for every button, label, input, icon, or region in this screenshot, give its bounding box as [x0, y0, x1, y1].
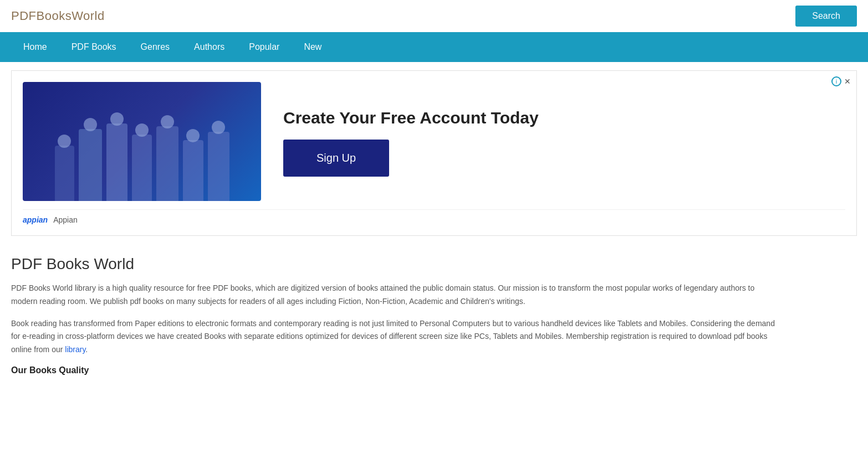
- ad-text-area: Create Your Free Account Today Sign Up: [283, 107, 845, 177]
- section-heading: Our Books Quality: [11, 365, 857, 375]
- figure-4: [132, 135, 152, 201]
- advertiser-name: Appian: [53, 215, 78, 224]
- nav-item-authors[interactable]: Authors: [182, 32, 237, 62]
- ad-content: Create Your Free Account Today Sign Up: [23, 82, 845, 201]
- ad-close-icon[interactable]: ✕: [844, 77, 851, 86]
- figure-6: [183, 140, 203, 201]
- figure-7: [208, 132, 229, 201]
- ad-signup-button[interactable]: Sign Up: [283, 140, 389, 177]
- nav-item-popular[interactable]: Popular: [237, 32, 292, 62]
- ad-illustration: [23, 82, 261, 201]
- nav-item-new[interactable]: New: [292, 32, 334, 62]
- library-link[interactable]: library: [65, 345, 85, 354]
- nav-item-genres[interactable]: Genres: [129, 32, 182, 62]
- page-header: PDFBooksWorld Search: [0, 0, 868, 32]
- site-logo: PDFBooksWorld: [11, 9, 105, 23]
- ad-info-icon[interactable]: i: [831, 76, 841, 86]
- ad-headline: Create Your Free Account Today: [283, 107, 845, 128]
- figure-2: [79, 129, 102, 201]
- nav-item-home[interactable]: Home: [11, 32, 59, 62]
- ad-footer: appian Appian: [23, 209, 845, 224]
- description-paragraph-2: Book reading has transformed from Paper …: [11, 317, 776, 357]
- ad-controls: i ✕: [831, 76, 851, 86]
- ad-banner: i ✕ Create Your Free Account Today Sign …: [11, 70, 857, 236]
- advertiser-logo: appian: [23, 215, 48, 224]
- description-paragraph-1: PDF Books World library is a high qualit…: [11, 282, 776, 308]
- main-nav: Home PDF Books Genres Authors Popular Ne…: [0, 32, 868, 62]
- ad-image: [23, 82, 261, 201]
- figure-3: [106, 123, 127, 201]
- main-content: PDF Books World PDF Books World library …: [0, 244, 868, 398]
- nav-item-pdf-books[interactable]: PDF Books: [59, 32, 129, 62]
- page-title: PDF Books World: [11, 255, 857, 273]
- figure-1: [55, 146, 74, 201]
- search-button[interactable]: Search: [795, 6, 857, 27]
- figure-5: [156, 126, 178, 201]
